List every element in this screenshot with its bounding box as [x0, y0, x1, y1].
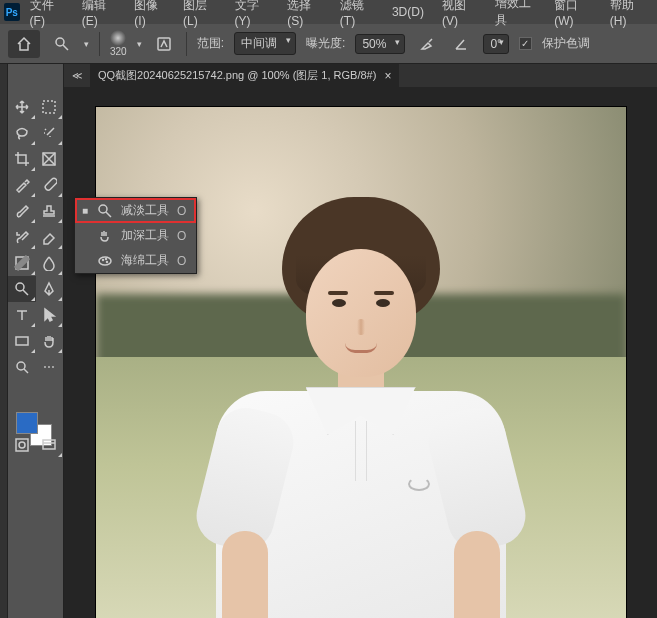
divider	[186, 32, 187, 56]
canvas-area: ≪ QQ截图20240625215742.png @ 100% (图层 1, R…	[64, 64, 657, 618]
foreground-color-swatch[interactable]	[16, 412, 38, 434]
angle-input[interactable]: 0°	[483, 34, 508, 54]
eraser-tool[interactable]	[36, 224, 64, 250]
brush-preset-picker[interactable]: 320	[110, 30, 127, 57]
quick-mask-icon	[14, 437, 30, 453]
angle-symbol-icon	[453, 36, 469, 52]
main-area: ⋯ ≪ QQ截图20240625215742.png @ 100% (图层 1,…	[0, 64, 657, 618]
rectangle-tool[interactable]	[8, 328, 36, 354]
flyout-label: 减淡工具	[121, 202, 169, 219]
flyout-label: 加深工具	[121, 227, 169, 244]
protect-tones-checkbox[interactable]: ✓	[519, 37, 532, 50]
eyedropper-icon	[14, 177, 30, 193]
brush-preview-dot	[110, 30, 126, 46]
hand-tool[interactable]	[36, 328, 64, 354]
home-icon	[16, 36, 32, 52]
flyout-label: 海绵工具	[121, 252, 169, 269]
history-brush-tool[interactable]	[8, 224, 36, 250]
protect-tones-label: 保护色调	[542, 35, 590, 52]
menu-view[interactable]: 视图(V)	[434, 0, 485, 31]
menu-filter[interactable]: 滤镜(T)	[332, 0, 382, 31]
dodge-tool-icon[interactable]	[50, 32, 74, 56]
sponge-icon	[97, 253, 113, 269]
hand-icon	[41, 333, 57, 349]
lollipop-icon	[97, 203, 113, 219]
brush-icon	[14, 203, 30, 219]
document-tab[interactable]: QQ截图20240625215742.png @ 100% (图层 1, RGB…	[90, 64, 399, 87]
move-tool[interactable]	[8, 94, 36, 120]
svg-point-6	[16, 283, 24, 291]
zoom-tool[interactable]	[8, 354, 36, 380]
menu-3d[interactable]: 3D(D)	[384, 2, 432, 22]
wand-icon	[41, 125, 57, 141]
eyedropper-tool[interactable]	[8, 172, 36, 198]
svg-point-14	[103, 259, 104, 260]
screen-mode-button[interactable]	[36, 432, 64, 458]
chevron-down-icon[interactable]: ▾	[84, 39, 89, 49]
arrow-icon	[41, 307, 57, 323]
menu-plugins[interactable]: 增效工具	[487, 0, 545, 32]
brush-tool[interactable]	[8, 198, 36, 224]
menu-select[interactable]: 选择(S)	[279, 0, 330, 31]
healing-tool[interactable]	[36, 172, 64, 198]
range-label: 范围:	[197, 35, 224, 52]
canvas-viewport[interactable]	[64, 87, 657, 618]
frame-icon	[41, 151, 57, 167]
edit-toolbar[interactable]: ⋯	[36, 354, 64, 380]
menu-bar: Ps 文件(F) 编辑(E) 图像(I) 图层(L) 文字(Y) 选择(S) 滤…	[0, 0, 657, 24]
brush-size-value: 320	[110, 46, 127, 57]
brush-settings-button[interactable]	[152, 32, 176, 56]
range-select[interactable]: 中间调	[234, 32, 296, 55]
quick-select-tool[interactable]	[36, 120, 64, 146]
droplet-icon	[41, 255, 57, 271]
flyout-shortcut: O	[177, 229, 186, 243]
svg-rect-11	[43, 440, 55, 449]
svg-rect-4	[44, 177, 57, 191]
gradient-tool[interactable]	[8, 250, 36, 276]
exposure-select[interactable]: 50%	[355, 34, 405, 54]
menu-edit[interactable]: 编辑(E)	[74, 0, 125, 31]
document-tab-bar: ≪ QQ截图20240625215742.png @ 100% (图层 1, R…	[64, 64, 657, 87]
home-button[interactable]	[8, 30, 40, 58]
marquee-tool[interactable]	[36, 94, 64, 120]
svg-rect-2	[43, 101, 55, 113]
history-brush-icon	[14, 229, 30, 245]
brush-panel-icon	[156, 36, 172, 52]
close-tab-button[interactable]: ×	[384, 69, 391, 83]
svg-point-15	[107, 261, 108, 262]
crop-tool[interactable]	[8, 146, 36, 172]
svg-point-16	[106, 258, 107, 259]
pen-icon	[41, 281, 57, 297]
menu-help[interactable]: 帮助(H)	[602, 0, 653, 31]
toolbar: ⋯	[8, 64, 64, 618]
rectangle-icon	[14, 333, 30, 349]
flyout-item-dodge[interactable]: ■ 减淡工具 O	[75, 198, 196, 223]
menu-type[interactable]: 文字(Y)	[227, 0, 278, 31]
lasso-tool[interactable]	[8, 120, 36, 146]
blur-tool[interactable]	[36, 250, 64, 276]
flyout-item-sponge[interactable]: 海绵工具 O	[75, 248, 196, 273]
dodge-tool[interactable]	[8, 276, 36, 302]
menu-file[interactable]: 文件(F)	[22, 0, 72, 31]
lollipop-icon	[14, 281, 30, 297]
pen-tool[interactable]	[36, 276, 64, 302]
airbrush-button[interactable]	[415, 32, 439, 56]
menu-layer[interactable]: 图层(L)	[175, 0, 225, 31]
stamp-tool[interactable]	[36, 198, 64, 224]
quick-mask-button[interactable]	[8, 432, 36, 458]
svg-point-10	[19, 442, 25, 448]
panel-collapse-icon[interactable]: ≪	[72, 70, 82, 81]
lasso-icon	[14, 125, 30, 141]
move-icon	[14, 99, 30, 115]
chevron-down-icon[interactable]: ▾	[137, 39, 142, 49]
path-select-tool[interactable]	[36, 302, 64, 328]
menu-image[interactable]: 图像(I)	[126, 0, 173, 31]
frame-tool[interactable]	[36, 146, 64, 172]
flyout-item-burn[interactable]: 加深工具 O	[75, 223, 196, 248]
exposure-label: 曝光度:	[306, 35, 345, 52]
svg-rect-9	[16, 439, 28, 451]
marquee-icon	[41, 99, 57, 115]
menu-window[interactable]: 窗口(W)	[546, 0, 600, 31]
document-tab-title: QQ截图20240625215742.png @ 100% (图层 1, RGB…	[98, 68, 376, 83]
type-tool[interactable]	[8, 302, 36, 328]
